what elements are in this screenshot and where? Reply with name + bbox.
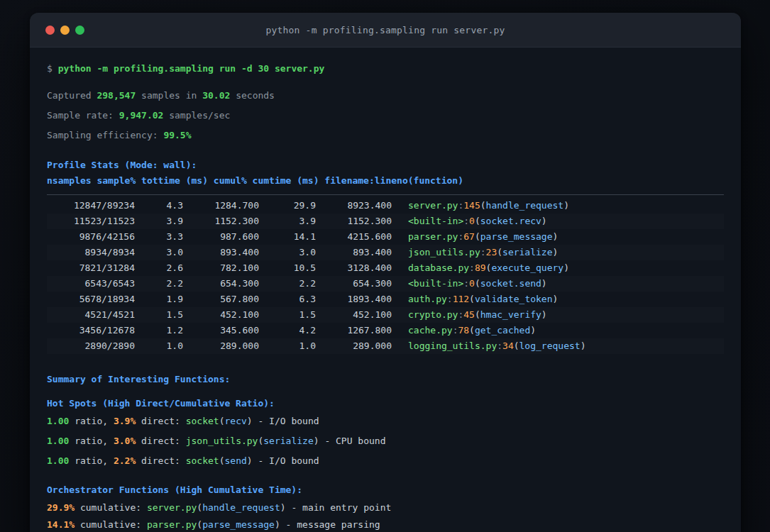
file-name: server.py <box>147 502 197 513</box>
cell-cumtime: 8923.400 <box>316 198 392 214</box>
sample-rate-unit: samples/sec <box>169 110 230 121</box>
function-name: log_request <box>519 340 581 351</box>
function-name: serialize <box>263 436 313 446</box>
function-name: hmac_verify <box>480 309 541 320</box>
cell-sample-pct: 1.0 <box>135 338 183 354</box>
file-name: parser.py <box>408 231 458 242</box>
cell-location: crypto.py:45(hmac_verify) <box>392 307 547 323</box>
efficiency-value: 99.5% <box>163 130 191 140</box>
cell-location: <built-in>:0(socket.recv) <box>392 214 547 229</box>
target: parser.py(parse_message) <box>147 519 280 530</box>
function-name: get_cached <box>475 325 530 336</box>
direct-pct: 3.9% <box>114 416 136 426</box>
table-columns-header: nsamples sample% tottime (ms) cumul% cum… <box>47 174 724 188</box>
cell-sample-pct: 1.5 <box>135 307 183 323</box>
paren: ) <box>553 247 559 257</box>
file-name: socket <box>186 416 219 426</box>
paren: ( <box>480 200 486 211</box>
direct-label: direct: <box>141 416 180 426</box>
paren: ( <box>197 502 202 513</box>
colon: : <box>497 340 502 351</box>
cell-cumul-pct: 6.3 <box>259 292 316 307</box>
orchestrator-item: 29.9% cumulative: server.py(handle_reque… <box>47 501 724 515</box>
command-text: python -m profiling.sampling run -d 30 s… <box>58 63 325 74</box>
summary-title: Summary of Interesting Functions: <box>47 372 724 387</box>
hot-spot-item: 1.00 ratio, 3.9% direct: socket(recv) - … <box>47 414 724 428</box>
paren: ) <box>247 416 253 426</box>
line-number: 0 <box>469 216 475 226</box>
paren: ) <box>541 278 547 289</box>
terminal-output: $ python -m profiling.sampling run -d 30… <box>30 48 741 532</box>
ratio-value: 1.00 <box>47 416 69 426</box>
target: server.py(handle_request) <box>147 502 286 513</box>
target: json_utils.py(serialize) <box>186 436 319 446</box>
cell-nsamples: 7821/31284 <box>47 260 135 276</box>
cell-nsamples: 5678/18934 <box>47 292 135 307</box>
cell-cumtime: 654.300 <box>316 276 392 292</box>
cell-sample-pct: 2.2 <box>135 276 183 292</box>
paren: ( <box>475 309 480 320</box>
function-name: send <box>225 455 247 466</box>
captured-label: Captured <box>47 90 92 101</box>
ratio-label: ratio, <box>75 455 108 466</box>
cell-cumul-pct: 1.5 <box>259 307 316 323</box>
cell-cumul-pct: 3.9 <box>259 214 316 229</box>
cell-nsamples: 3456/12678 <box>47 323 135 338</box>
colon: : <box>447 294 453 304</box>
colon: : <box>463 278 469 289</box>
cell-location: <built-in>:0(socket.send) <box>392 276 547 292</box>
cell-tottime: 893.400 <box>183 245 259 260</box>
hot-spot-item: 1.00 ratio, 3.0% direct: json_utils.py(s… <box>47 434 724 448</box>
cell-cumul-pct: 4.2 <box>259 323 316 338</box>
ratio-label: ratio, <box>75 436 108 446</box>
cell-tottime: 1284.700 <box>183 198 259 214</box>
cell-nsamples: 8934/8934 <box>47 245 135 260</box>
table-row: 4521/45211.5452.1001.5452.100crypto.py:4… <box>47 307 724 323</box>
table-row: 3456/126781.2345.6004.21267.800cache.py:… <box>47 323 724 338</box>
paren: ) <box>581 340 586 351</box>
cell-sample-pct: 1.2 <box>135 323 183 338</box>
cell-location: parser.py:67(parse_message) <box>392 229 558 245</box>
paren: ) <box>275 519 280 530</box>
paren: ( <box>219 455 225 466</box>
line-number: 78 <box>458 325 469 336</box>
cell-tottime: 987.600 <box>183 229 259 245</box>
paren: ( <box>475 231 480 242</box>
cell-cumtime: 3128.400 <box>316 260 392 276</box>
paren: ) <box>563 200 569 211</box>
target: socket(send) <box>186 455 253 466</box>
efficiency-line: Sampling efficiency: 99.5% <box>47 128 724 143</box>
paren: ( <box>469 294 475 304</box>
cell-nsamples: 4521/4521 <box>47 307 135 323</box>
cell-cumul-pct: 29.9 <box>259 198 316 214</box>
function-name: handle_request <box>486 200 564 211</box>
titlebar[interactable]: python -m profiling.sampling run server.… <box>30 13 741 48</box>
cell-tottime: 1152.300 <box>183 214 259 229</box>
profile-table: 12847/892344.31284.70029.98923.400server… <box>47 198 724 354</box>
captured-seconds-value: 30.02 <box>202 90 230 101</box>
cell-nsamples: 2890/2890 <box>47 338 135 354</box>
cell-nsamples: 11523/11523 <box>47 214 135 229</box>
paren: ( <box>197 519 202 530</box>
function-name: execute_query <box>491 262 563 273</box>
paren: ) <box>280 502 286 513</box>
bound-note: - I/O bound <box>258 455 319 466</box>
file-name: database.py <box>408 262 469 273</box>
cell-nsamples: 9876/42156 <box>47 229 135 245</box>
file-name: cache.py <box>408 325 453 336</box>
cell-cumtime: 1152.300 <box>316 214 392 229</box>
cell-location: server.py:145(handle_request) <box>392 198 569 214</box>
bound-note: - I/O bound <box>258 416 319 426</box>
captured-line: Captured 298,547 samples in 30.02 second… <box>47 89 724 103</box>
direct-pct: 3.0% <box>114 436 136 446</box>
paren: ) <box>553 231 559 242</box>
ratio-label: ratio, <box>75 416 108 426</box>
cumulative-label: cumulative: <box>80 519 141 530</box>
sample-rate-label: Sample rate: <box>47 110 114 121</box>
target: socket(recv) <box>186 416 253 426</box>
direct-pct: 2.2% <box>114 455 136 466</box>
ratio-value: 1.00 <box>47 436 69 446</box>
paren: ( <box>475 216 480 226</box>
cell-cumtime: 289.000 <box>316 338 392 354</box>
cell-tottime: 782.100 <box>183 260 259 276</box>
